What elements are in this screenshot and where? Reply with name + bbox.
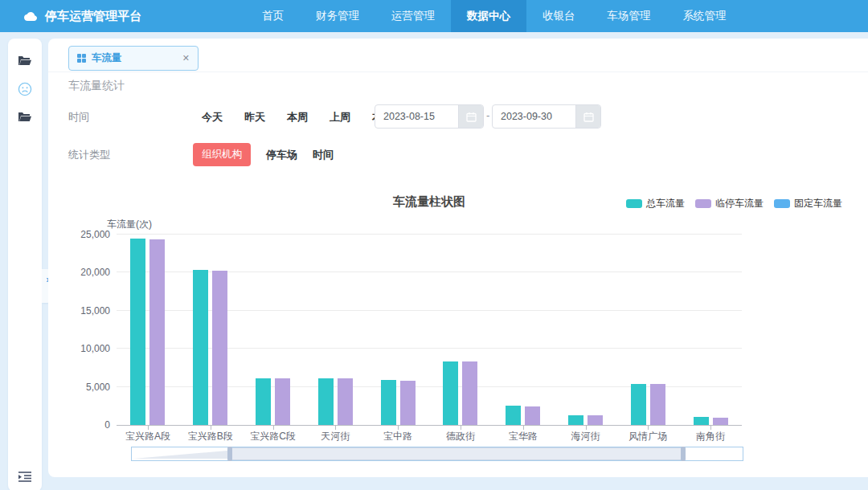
x-axis-label: 宝兴路B段: [179, 430, 242, 443]
grid-icon: [77, 54, 86, 63]
gridline: [117, 348, 742, 349]
legend-swatch: [774, 199, 790, 208]
y-axis-tick-label: 25,000: [67, 229, 110, 240]
page-title: 车流量统计: [68, 79, 125, 93]
bar-总车流量-2: [256, 378, 271, 425]
start-date-value: 2023-08-15: [375, 111, 458, 122]
top-navbar: 停车运营管理平台 首页财务管理运营管理数据中心收银台车场管理系统管理: [0, 0, 868, 32]
legend-label: 临停车流量: [715, 197, 764, 210]
bar-chart-plot: 05,00010,00015,00020,00025,000宝兴路A段宝兴路B段…: [117, 235, 742, 426]
bar-临停车流量-5: [462, 361, 477, 425]
gridline: [117, 310, 742, 311]
chart-zoom-slider[interactable]: [131, 447, 743, 461]
bar-总车流量-7: [568, 415, 583, 425]
bar-临停车流量-9: [713, 418, 728, 425]
quick-option-1[interactable]: 昨天: [244, 110, 265, 125]
legend-label: 总车流量: [646, 197, 685, 210]
cloud-icon: [23, 11, 38, 22]
type-option-0[interactable]: 组织机构: [193, 143, 251, 166]
nav-item-5[interactable]: 车场管理: [592, 0, 667, 32]
start-date-input[interactable]: 2023-08-15: [375, 104, 484, 129]
calendar-icon[interactable]: [575, 105, 600, 128]
bar-临停车流量-1: [212, 271, 227, 425]
nav-item-0[interactable]: 首页: [246, 0, 300, 32]
bar-总车流量-6: [506, 406, 521, 425]
left-sidebar: [8, 39, 42, 490]
folder-open-icon[interactable]: [17, 53, 33, 69]
legend-item-2[interactable]: 固定车流量: [774, 197, 842, 210]
quick-option-3[interactable]: 上周: [330, 110, 350, 125]
quick-option-2[interactable]: 本周: [287, 110, 308, 125]
bar-临停车流量-3: [338, 378, 353, 425]
bar-总车流量-1: [193, 270, 208, 425]
bar-临停车流量-7: [588, 415, 603, 425]
legend-swatch: [695, 199, 711, 208]
time-filter-label: 时间: [68, 110, 89, 125]
legend-item-0[interactable]: 总车流量: [626, 197, 685, 210]
legend-item-1[interactable]: 临停车流量: [695, 197, 764, 210]
bar-临停车流量-0: [149, 239, 165, 425]
nav-item-2[interactable]: 运营管理: [375, 0, 451, 32]
gridline: [117, 234, 742, 235]
x-axis-label: 宝华路: [492, 430, 555, 443]
bar-总车流量-8: [631, 384, 646, 425]
x-axis-label: 风情广场: [616, 430, 679, 443]
app-brand: 停车运营管理平台: [23, 9, 141, 24]
legend-swatch: [626, 199, 642, 208]
nav-item-4[interactable]: 收银台: [526, 0, 592, 32]
y-axis-name: 车流量(次): [107, 218, 152, 231]
time-quick-options: 今天昨天本周上周本月: [202, 110, 393, 125]
nav-item-6[interactable]: 系统管理: [667, 0, 743, 32]
x-axis-label: 海河街: [555, 430, 617, 443]
y-axis-tick-label: 10,000: [67, 343, 110, 354]
folder-open-icon[interactable]: [17, 109, 33, 125]
frown-face-icon[interactable]: [17, 81, 33, 97]
end-date-value: 2023-09-30: [493, 111, 575, 122]
bar-总车流量-5: [443, 361, 458, 425]
type-option-1[interactable]: 停车场: [266, 148, 297, 162]
y-axis-tick-label: 5,000: [67, 382, 110, 393]
close-icon[interactable]: ✕: [182, 54, 190, 63]
calendar-icon[interactable]: [458, 105, 483, 128]
brand-title: 停车运营管理平台: [45, 9, 141, 24]
x-axis-label: 天河街: [304, 430, 366, 443]
tab-bar: 车流量 ✕: [48, 39, 868, 72]
x-axis-label: 宝中路: [366, 430, 429, 443]
nav-item-3[interactable]: 数据中心: [451, 0, 526, 32]
x-axis-label: 德政街: [429, 430, 492, 443]
indent-list-icon[interactable]: [17, 468, 33, 484]
legend-label: 固定车流量: [794, 197, 842, 210]
main-panel: 车流量 ✕ 车流量统计 时间 今天昨天本周上周本月 2023-08-15 - 2…: [48, 39, 868, 477]
nav-item-1[interactable]: 财务管理: [300, 0, 375, 32]
date-range-separator: -: [486, 109, 489, 121]
bar-总车流量-4: [381, 380, 396, 425]
chart-legend: 总车流量临停车流量固定车流量: [626, 197, 842, 210]
gridline: [117, 272, 742, 272]
y-axis-tick-label: 20,000: [67, 267, 110, 278]
bar-临停车流量-4: [400, 381, 416, 425]
end-date-input[interactable]: 2023-09-30: [492, 104, 601, 129]
statistics-type-options: 组织机构停车场时间: [193, 143, 334, 166]
zoom-left-handle[interactable]: [227, 447, 232, 461]
gridline: [117, 386, 742, 387]
zoom-right-handle[interactable]: [681, 447, 686, 461]
type-option-2[interactable]: 时间: [313, 148, 334, 162]
bar-总车流量-3: [318, 378, 334, 425]
y-axis-tick-label: 0: [67, 419, 110, 431]
nav-menu: 首页财务管理运营管理数据中心收银台车场管理系统管理: [246, 0, 743, 32]
bar-总车流量-9: [694, 417, 709, 425]
x-axis-label: 宝兴路A段: [117, 430, 179, 443]
zoom-selected-range[interactable]: [230, 447, 683, 460]
zoom-data-shadow: [133, 449, 230, 459]
quick-option-0[interactable]: 今天: [202, 110, 223, 125]
x-axis-label: 宝兴路C段: [242, 430, 305, 443]
x-axis-label: 南角街: [679, 430, 742, 443]
bar-临停车流量-6: [525, 406, 540, 426]
y-axis-tick-label: 15,000: [67, 305, 110, 316]
bar-临停车流量-2: [275, 378, 290, 425]
type-filter-label: 统计类型: [68, 148, 110, 162]
bar-临停车流量-8: [650, 384, 665, 425]
bar-总车流量-0: [130, 239, 145, 425]
tab-label: 车流量: [92, 51, 182, 65]
tab-traffic-flow[interactable]: 车流量 ✕: [68, 46, 199, 71]
